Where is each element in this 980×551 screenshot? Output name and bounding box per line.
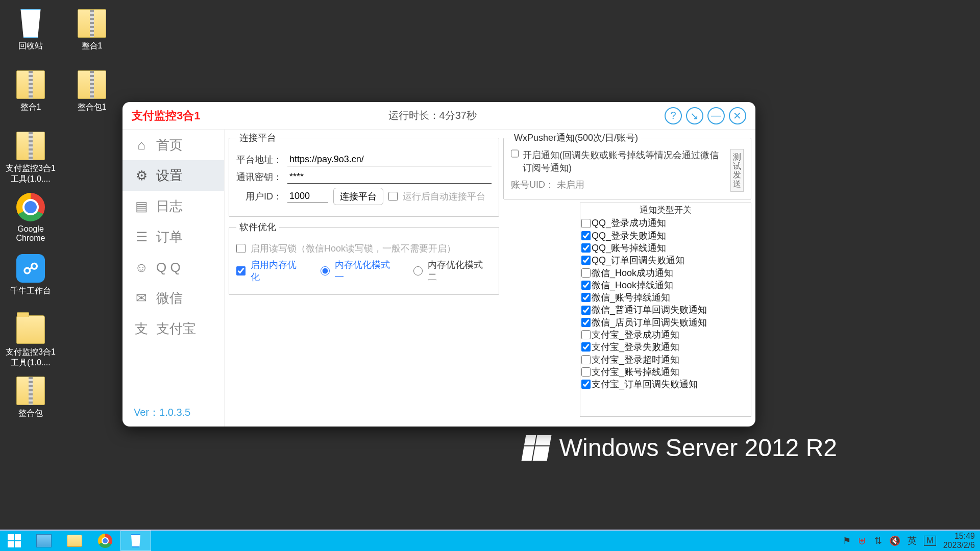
- wxpusher-uid-label: 账号UID：: [511, 180, 554, 190]
- switch-checkbox-8[interactable]: [581, 318, 591, 327]
- secret-input[interactable]: [287, 170, 492, 184]
- switch-checkbox-7[interactable]: [581, 306, 591, 315]
- server-manager-icon: [36, 534, 52, 547]
- desktop-icon-7[interactable]: 整合1: [66, 5, 117, 66]
- test-send-button[interactable]: 测试发送: [730, 149, 744, 192]
- wxpusher-enable-checkbox[interactable]: [511, 149, 519, 158]
- nav-label: 首页: [156, 136, 183, 154]
- recycle-icon: [16, 9, 45, 38]
- nav-item-1[interactable]: ⚙设置: [122, 160, 224, 191]
- addr-label: 平台地址：: [236, 154, 282, 166]
- folder-icon: [16, 315, 45, 344]
- switch-list-title: 通知类型开关: [581, 204, 750, 216]
- switch-label: 支付宝_订单回调失败通知: [592, 378, 698, 390]
- desktop-icon-label: 千牛工作台: [10, 286, 51, 296]
- switch-checkbox-5[interactable]: [581, 281, 591, 290]
- zip-icon: [16, 377, 45, 405]
- tray-shield-icon[interactable]: ⛨: [858, 536, 867, 546]
- switch-checkbox-2[interactable]: [581, 243, 591, 253]
- desktop-icon-4[interactable]: ☍千牛工作台: [5, 250, 56, 311]
- wxpusher-uid-value: 未启用: [557, 180, 584, 190]
- titlebar: 支付监控3合1 运行时长：4分37秒 ? ↘ — ✕: [122, 102, 755, 130]
- nav-item-0[interactable]: ⌂首页: [122, 130, 224, 160]
- optimize-legend: 软件优化: [236, 221, 279, 233]
- switch-label: 微信_普通订单回调失败通知: [592, 304, 707, 316]
- userid-label: 用户ID：: [236, 190, 282, 203]
- sidebar: ⌂首页⚙设置▤日志☰订单☺Q Q✉微信支支付宝 Ver：1.0.3.5: [122, 130, 225, 427]
- switch-label: 微信_Hook成功通知: [592, 267, 673, 279]
- switch-checkbox-1[interactable]: [581, 231, 591, 240]
- switch-checkbox-13[interactable]: [581, 380, 591, 389]
- nav-icon: 支: [134, 320, 149, 338]
- switch-label: 支付宝_登录失败通知: [592, 341, 679, 353]
- switch-checkbox-10[interactable]: [581, 342, 591, 352]
- tray-volume-icon[interactable]: 🔇: [889, 535, 900, 546]
- nav-icon: ⚙: [134, 168, 149, 184]
- help-button[interactable]: ?: [665, 107, 682, 124]
- mem-mode1-radio[interactable]: [321, 266, 330, 276]
- tray-clock[interactable]: 15:49 2023/2/6: [943, 532, 975, 549]
- taskbar-explorer[interactable]: [59, 531, 90, 551]
- tray-network-icon[interactable]: ⇅: [874, 535, 882, 546]
- nav-item-5[interactable]: ✉微信: [122, 283, 224, 313]
- tray-flag-icon[interactable]: ⚑: [843, 535, 851, 546]
- auto-connect-checkbox[interactable]: [388, 192, 398, 201]
- lock-checkbox[interactable]: [236, 244, 246, 253]
- wallpaper-brand: Windows Server 2012 R2: [524, 434, 837, 462]
- mem-mode2-label: 内存优化模式二: [428, 259, 492, 283]
- app-icon: [129, 534, 142, 547]
- addr-input[interactable]: [287, 153, 492, 166]
- taskbar-chrome[interactable]: [90, 531, 120, 551]
- connect-legend: 连接平台: [236, 132, 279, 144]
- desktop-icon-label: 支付监控3合1工具(1.0....: [5, 347, 56, 368]
- desktop-icon-label: 整合1: [82, 41, 103, 52]
- taskbar-server-manager[interactable]: [29, 531, 59, 551]
- desktop-icon-label: 整合包: [18, 408, 43, 419]
- mem-enable-checkbox[interactable]: [236, 266, 246, 276]
- switch-label: QQ_登录成功通知: [592, 217, 666, 229]
- nav-item-6[interactable]: 支支付宝: [122, 313, 224, 344]
- desktop-icon-3[interactable]: Google Chrome: [5, 189, 56, 250]
- nav-icon: ✉: [134, 290, 149, 306]
- switch-checkbox-6[interactable]: [581, 293, 591, 302]
- mem-mode2-radio[interactable]: [413, 266, 423, 276]
- taskbar-app[interactable]: [120, 531, 151, 551]
- desktop[interactable]: Windows Server 2012 R2 回收站整合1支付监控3合1工具(1…: [0, 0, 980, 530]
- zip-icon: [16, 132, 45, 160]
- mem-mode1-label: 内存优化模式一: [335, 259, 399, 283]
- switch-checkbox-0[interactable]: [581, 219, 591, 228]
- switch-checkbox-12[interactable]: [581, 367, 591, 377]
- nav-label: Q Q: [156, 260, 181, 276]
- close-button[interactable]: ✕: [729, 107, 746, 124]
- lock-label: 启用读写锁（微信Hook读写锁，一般不需要开启）: [251, 242, 456, 255]
- system-tray: ⚑ ⛨ ⇅ 🔇 英 M 15:49 2023/2/6: [843, 532, 980, 549]
- switch-checkbox-4[interactable]: [581, 268, 591, 278]
- desktop-icon-2[interactable]: 支付监控3合1工具(1.0....: [5, 128, 56, 189]
- switch-label: 支付宝_登录超时通知: [592, 354, 679, 366]
- tray-ime-lang[interactable]: 英: [908, 535, 917, 547]
- userid-input[interactable]: [287, 190, 328, 203]
- switch-checkbox-3[interactable]: [581, 256, 591, 265]
- desktop-icon-1[interactable]: 整合1: [5, 66, 56, 128]
- desktop-icon-5[interactable]: 支付监控3合1工具(1.0....: [5, 311, 56, 372]
- nav-icon: ⌂: [134, 137, 149, 153]
- switch-checkbox-11[interactable]: [581, 355, 591, 364]
- connect-button[interactable]: 连接平台: [333, 188, 383, 205]
- desktop-icon-8[interactable]: 整合包1: [66, 66, 117, 128]
- qianniu-icon: ☍: [16, 254, 45, 283]
- zip-icon: [78, 70, 106, 99]
- desktop-icon-0[interactable]: 回收站: [5, 5, 56, 66]
- desktop-icon-label: 整合包1: [78, 102, 107, 113]
- nav-icon: ☰: [134, 229, 149, 245]
- desktop-icon-6[interactable]: 整合包: [5, 372, 56, 434]
- nav-item-4[interactable]: ☺Q Q: [122, 252, 224, 283]
- switch-label: 微信_Hook掉线通知: [592, 279, 673, 291]
- nav-item-3[interactable]: ☰订单: [122, 221, 224, 252]
- runtime-label: 运行时长：4分37秒: [388, 109, 477, 122]
- minimize-button[interactable]: —: [707, 107, 725, 124]
- start-button[interactable]: [0, 531, 29, 551]
- switch-checkbox-9[interactable]: [581, 330, 591, 339]
- nav-item-2[interactable]: ▤日志: [122, 191, 224, 221]
- pin-button[interactable]: ↘: [686, 107, 703, 124]
- tray-ime-mode[interactable]: M: [924, 536, 936, 546]
